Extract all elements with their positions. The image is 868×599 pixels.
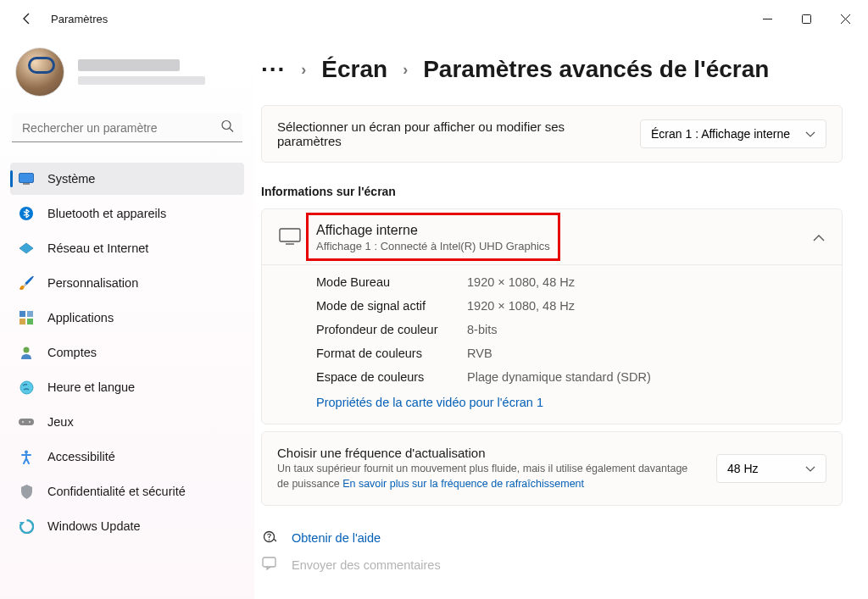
display-info-card: Affichage interne Affichage 1 : Connecté… [261, 208, 843, 424]
display-selector-card: Sélectionner un écran pour afficher ou m… [261, 105, 843, 163]
svg-point-14 [25, 450, 28, 453]
refresh-title: Choisir une fréquence d'actualisation [277, 446, 699, 460]
nav-label: Heure et langue [47, 380, 135, 394]
monitor-icon [279, 228, 301, 248]
display-dropdown[interactable]: Écran 1 : Affichage interne [640, 119, 826, 148]
svg-rect-5 [19, 311, 25, 317]
highlight-box [306, 213, 560, 261]
refresh-rate-dropdown[interactable]: 48 Hz [716, 454, 826, 483]
nav-label: Jeux [47, 415, 74, 429]
brush-icon: 🖌️ [19, 275, 34, 291]
feedback-link[interactable]: Envoyer des commentaires [261, 552, 843, 578]
nav-update[interactable]: Windows Update [10, 510, 244, 542]
nav-label: Système [47, 172, 95, 186]
titlebar: Paramètres [0, 0, 868, 37]
svg-rect-8 [27, 319, 33, 324]
maximize-button[interactable] [787, 5, 826, 32]
profile-name [78, 59, 205, 85]
nav-apps[interactable]: Applications [10, 302, 244, 334]
nav-gaming[interactable]: Jeux [10, 406, 244, 438]
svg-rect-11 [19, 419, 34, 425]
shield-icon [19, 484, 34, 499]
get-help-link[interactable]: Obtenir de l'aide [261, 523, 843, 552]
dropdown-value: Écran 1 : Affichage interne [651, 127, 790, 141]
refresh-desc: Un taux supérieur fournit un mouvement p… [277, 462, 699, 491]
refresh-learn-more-link[interactable]: En savoir plus sur la fréquence de rafra… [342, 478, 584, 490]
avatar [15, 47, 64, 97]
breadcrumb-more[interactable]: ··· [261, 56, 286, 83]
nav-network[interactable]: Réseau et Internet [10, 232, 244, 264]
app-title: Paramètres [51, 13, 108, 25]
info-val: 1920 × 1080, 48 Hz [467, 299, 575, 313]
svg-rect-6 [27, 311, 33, 317]
nav-accounts[interactable]: Comptes [10, 336, 244, 369]
nav-bluetooth[interactable]: Bluetooth et appareils [10, 197, 244, 230]
svg-point-10 [20, 381, 33, 394]
main-content: ··· › Écran › Paramètres avancés de l'éc… [254, 37, 868, 599]
nav-label: Personnalisation [47, 276, 138, 290]
svg-point-17 [268, 539, 269, 540]
svg-rect-0 [802, 14, 810, 23]
nav-time-language[interactable]: Heure et langue [10, 371, 244, 403]
update-icon [19, 519, 34, 534]
info-key: Mode Bureau [316, 275, 467, 289]
svg-point-13 [29, 421, 31, 423]
help-icon [261, 530, 276, 546]
svg-rect-3 [23, 183, 30, 185]
chevron-up-icon [813, 231, 825, 245]
search-icon [221, 120, 234, 136]
accessibility-icon [19, 449, 34, 464]
nav-label: Windows Update [47, 519, 141, 533]
info-key: Mode de signal actif [316, 299, 467, 313]
help-label: Obtenir de l'aide [292, 531, 381, 545]
breadcrumb-parent[interactable]: Écran [321, 56, 387, 83]
chevron-right-icon: › [301, 61, 306, 79]
apps-icon [19, 310, 34, 325]
svg-rect-2 [19, 174, 34, 183]
svg-point-12 [22, 421, 24, 423]
svg-point-9 [24, 347, 30, 353]
nav-label: Accessibilité [47, 450, 115, 463]
search-input[interactable] [12, 114, 242, 142]
info-key: Espace de couleurs [316, 370, 467, 384]
minimize-button[interactable] [748, 5, 787, 32]
section-title: Informations sur l'écran [261, 185, 843, 198]
nav-personalization[interactable]: 🖌️ Personnalisation [10, 267, 244, 299]
nav-label: Confidentialité et sécurité [47, 485, 186, 498]
feedback-label: Envoyer des commentaires [292, 558, 441, 572]
svg-rect-15 [280, 229, 300, 241]
svg-rect-7 [19, 319, 25, 324]
close-button[interactable] [826, 5, 865, 32]
search [12, 114, 242, 142]
chevron-down-icon [805, 462, 815, 475]
feedback-icon [261, 557, 276, 573]
info-val: RVB [467, 347, 492, 360]
sidebar: Système Bluetooth et appareils Réseau et… [0, 37, 254, 599]
display-info-body: Mode Bureau1920 × 1080, 48 Hz Mode de si… [262, 265, 842, 424]
adapter-properties-link[interactable]: Propriétés de la carte vidéo pour l'écra… [316, 396, 543, 409]
display-info-header[interactable]: Affichage interne Affichage 1 : Connecté… [262, 209, 842, 264]
dropdown-value: 48 Hz [727, 462, 759, 475]
nav-label: Bluetooth et appareils [47, 207, 166, 220]
refresh-rate-card: Choisir une fréquence d'actualisation Un… [261, 431, 843, 506]
breadcrumb: ··· › Écran › Paramètres avancés de l'éc… [261, 56, 843, 83]
chevron-right-icon: › [403, 61, 408, 79]
nav: Système Bluetooth et appareils Réseau et… [10, 163, 244, 542]
svg-point-1 [222, 121, 231, 130]
nav-label: Applications [47, 311, 114, 324]
chevron-down-icon [805, 127, 815, 141]
profile[interactable] [10, 37, 244, 112]
info-key: Profondeur de couleur [316, 323, 467, 336]
nav-privacy[interactable]: Confidentialité et sécurité [10, 475, 244, 507]
svg-rect-18 [263, 557, 275, 567]
bluetooth-icon [19, 206, 34, 221]
info-val: 8-bits [467, 323, 497, 336]
system-icon [19, 171, 34, 186]
nav-system[interactable]: Système [10, 163, 244, 195]
time-icon [19, 380, 34, 395]
nav-label: Comptes [47, 346, 97, 359]
selector-label: Sélectionner un écran pour afficher ou m… [277, 119, 623, 148]
gaming-icon [19, 414, 34, 430]
back-button[interactable] [14, 5, 41, 32]
nav-accessibility[interactable]: Accessibilité [10, 441, 244, 473]
